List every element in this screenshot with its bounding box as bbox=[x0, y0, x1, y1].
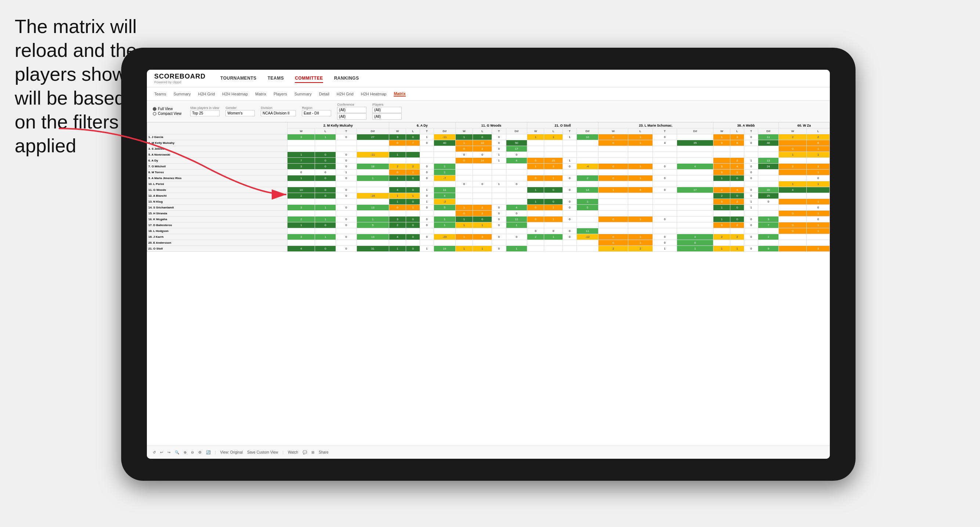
gender-select[interactable]: Women's bbox=[226, 110, 255, 116]
settings-button[interactable]: ⚙ bbox=[198, 450, 202, 454]
matrix-cell: 1 bbox=[713, 175, 730, 181]
sub-t-3: T bbox=[492, 129, 506, 134]
compact-view-option[interactable]: Compact View bbox=[153, 111, 181, 116]
matrix-cell: 1 bbox=[473, 222, 492, 228]
comment-button[interactable]: 💬 bbox=[302, 450, 307, 454]
conference-select-1[interactable]: (All) bbox=[337, 107, 366, 113]
sub-l-1: L bbox=[315, 129, 336, 134]
nav-teams[interactable]: TEAMS bbox=[268, 74, 284, 83]
matrix-cell bbox=[807, 158, 830, 163]
players-select-1[interactable]: (All) bbox=[372, 107, 402, 113]
nav-committee[interactable]: COMMITTEE bbox=[295, 74, 323, 83]
refresh-button[interactable]: 🔄 bbox=[206, 450, 210, 454]
sub-l-5: L bbox=[628, 129, 652, 134]
matrix-cell: 1 bbox=[315, 134, 336, 140]
matrix-cell: 0 bbox=[455, 152, 473, 158]
col-header-mulcahy: 2. M Kelly Mulcahy bbox=[287, 122, 389, 129]
matrix-cell bbox=[455, 228, 473, 234]
nav-tournaments[interactable]: TOURNAMENTS bbox=[220, 74, 257, 83]
row-player-name: 5. A Nomrowski bbox=[147, 152, 288, 158]
matrix-cell: 1 bbox=[779, 181, 807, 187]
matrix-cell bbox=[563, 181, 577, 187]
sub-nav-h2h-heatmap-1[interactable]: H2H Heatmap bbox=[222, 92, 248, 96]
sub-nav-h2h-heatmap-2[interactable]: H2H Heatmap bbox=[361, 92, 387, 96]
search-button[interactable]: 🔍 bbox=[175, 450, 179, 454]
sub-nav-h2h-grid-2[interactable]: H2H Grid bbox=[337, 92, 353, 96]
full-view-option[interactable]: Full View bbox=[153, 107, 181, 111]
sub-nav-matrix-2[interactable]: Matrix bbox=[394, 91, 406, 97]
matrix-cell: 0 bbox=[287, 170, 315, 175]
matrix-cell bbox=[563, 211, 577, 216]
matrix-cell: 1 bbox=[730, 170, 744, 175]
matrix-cell bbox=[527, 170, 544, 175]
sub-nav-teams[interactable]: Teams bbox=[154, 92, 166, 96]
step-back-button[interactable]: ↩ bbox=[160, 450, 163, 454]
matrix-cell: 0 bbox=[420, 216, 434, 222]
zoom-button[interactable]: ⊕ bbox=[184, 450, 186, 454]
sub-nav-detail[interactable]: Detail bbox=[319, 92, 329, 96]
matrix-cell bbox=[527, 140, 544, 146]
matrix-cell bbox=[652, 205, 677, 211]
matrix-cell bbox=[576, 193, 598, 199]
sub-nav-summary-2[interactable]: Summary bbox=[294, 92, 312, 96]
compact-view-radio[interactable] bbox=[153, 112, 156, 116]
sub-nav-matrix-1[interactable]: Matrix bbox=[255, 92, 266, 96]
save-custom-button[interactable]: Save Custom View bbox=[247, 450, 278, 454]
division-select[interactable]: NCAA Division II bbox=[261, 110, 296, 116]
region-select[interactable]: East - DII bbox=[302, 110, 331, 116]
matrix-cell bbox=[420, 240, 434, 246]
row-player-name: 18. L Hodgson bbox=[147, 228, 288, 234]
matrix-cell bbox=[677, 152, 713, 158]
minus-button[interactable]: ⊖ bbox=[191, 450, 194, 454]
matrix-cell: 0 bbox=[758, 199, 779, 205]
matrix-cell: 17 bbox=[677, 187, 713, 193]
share-button[interactable]: Share bbox=[319, 450, 329, 454]
redo-button[interactable]: ↪ bbox=[167, 450, 170, 454]
sub-nav-h2h-grid-1[interactable]: H2H Grid bbox=[198, 92, 215, 96]
matrix-cell bbox=[652, 199, 677, 205]
matrix-cell: 0 bbox=[779, 222, 807, 228]
matrix-cell bbox=[758, 181, 779, 187]
matrix-cell bbox=[544, 246, 563, 252]
matrix-cell: 2 bbox=[730, 199, 744, 205]
matrix-cell bbox=[652, 146, 677, 152]
division-label: Division bbox=[261, 106, 296, 110]
matrix-cell bbox=[434, 152, 455, 158]
matrix-cell: 0 bbox=[544, 187, 563, 193]
matrix-cell: 1 bbox=[544, 216, 563, 222]
matrix-cell: 1 bbox=[677, 246, 713, 252]
row-player-name: 1. J Garcia bbox=[147, 134, 288, 140]
matrix-cell bbox=[779, 175, 807, 181]
table-row: 21. O Stoll40031101141101221111093 bbox=[147, 246, 830, 252]
matrix-cell bbox=[473, 228, 492, 234]
row-player-name: 9. A Maria Jimenez Rios bbox=[147, 175, 288, 181]
full-view-radio[interactable] bbox=[153, 107, 156, 111]
matrix-cell: 0 bbox=[563, 187, 577, 193]
layout-button[interactable]: ⊞ bbox=[311, 450, 314, 454]
matrix-cell bbox=[492, 187, 506, 193]
matrix-cell bbox=[389, 146, 406, 152]
watch-button[interactable]: Watch bbox=[288, 450, 298, 454]
view-original-button[interactable]: View: Original bbox=[220, 450, 243, 454]
players-select-2[interactable]: (All) bbox=[372, 113, 402, 120]
sub-nav-summary-1[interactable]: Summary bbox=[173, 92, 191, 96]
conference-select-2[interactable]: (All) bbox=[337, 113, 366, 120]
matrix-cell bbox=[730, 181, 744, 187]
matrix-cell: 0 bbox=[598, 163, 628, 170]
matrix-cell: 1 bbox=[455, 216, 473, 222]
matrix-cell: 1 bbox=[779, 152, 807, 158]
sub-nav-players[interactable]: Players bbox=[274, 92, 287, 96]
undo-button[interactable]: ↺ bbox=[153, 450, 156, 454]
nav-rankings[interactable]: RANKINGS bbox=[334, 74, 359, 83]
matrix-cell bbox=[420, 228, 434, 234]
col-header-stoll: 21. O Stoll bbox=[527, 122, 598, 129]
region-label: Region bbox=[302, 106, 331, 110]
matrix-cell: 2 bbox=[473, 205, 492, 211]
matrix-cell: 1 bbox=[287, 222, 315, 228]
matrix-table-wrapper[interactable]: 2. M Kelly Mulcahy 6. A Dy 11. G Woods 2… bbox=[147, 122, 830, 446]
matrix-cell: 3 bbox=[287, 205, 315, 211]
matrix-cell bbox=[315, 240, 336, 246]
matrix-cell bbox=[779, 216, 807, 222]
matrix-cell: 0 bbox=[730, 216, 744, 222]
max-players-select[interactable]: Top 25 bbox=[190, 110, 220, 116]
